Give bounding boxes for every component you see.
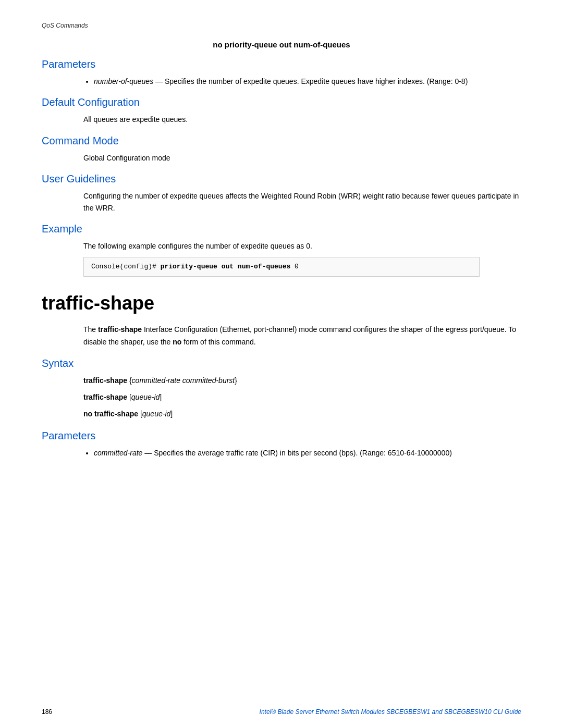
chapter-description: The traffic-shape Interface Configuratio… — [83, 324, 521, 349]
syntax-italic-2: queue-id — [131, 393, 160, 401]
parameters-list-1: number-of-queues — Specifies the number … — [94, 76, 521, 87]
parameters-list-2: committed-rate — Specifies the average t… — [94, 447, 521, 459]
user-guidelines-text: Configuring the number of expedite queue… — [83, 190, 521, 214]
syntax-italic-1: committed-rate committed-burst — [132, 376, 235, 385]
default-config-heading: Default Configuration — [42, 96, 521, 108]
syntax-no: no traffic-shape — [83, 410, 138, 418]
syntax-line-2: traffic-shape [queue-id] — [83, 391, 521, 404]
example-heading: Example — [42, 223, 521, 235]
list-item: committed-rate — Specifies the average t… — [94, 447, 521, 459]
syntax-italic-3: queue-id — [142, 410, 171, 418]
syntax-bold-1: traffic-shape — [83, 376, 127, 385]
command-mode-heading: Command Mode — [42, 135, 521, 147]
footer: 186 Intel® Blade Server Ethernet Switch … — [42, 708, 521, 715]
code-trailing: 0 — [290, 263, 299, 270]
example-text: The following example configures the num… — [83, 240, 521, 252]
list-item: number-of-queues — Specifies the number … — [94, 76, 521, 87]
syntax-line-3: no traffic-shape [queue-id] — [83, 408, 521, 421]
top-command-title: no priority-queue out num-of-queues — [42, 40, 521, 49]
command-mode-text: Global Configuration mode — [83, 152, 521, 164]
default-config-text: All queues are expedite queues. — [83, 114, 521, 125]
footer-page-number: 186 — [42, 708, 52, 715]
syntax-bold-2: traffic-shape — [83, 393, 127, 401]
syntax-line-1: traffic-shape {committed-rate committed-… — [83, 375, 521, 387]
footer-title: Intel® Blade Server Ethernet Switch Modu… — [260, 708, 521, 715]
user-guidelines-heading: User Guidelines — [42, 173, 521, 185]
code-normal: Console(config)# — [91, 263, 161, 270]
parameters-heading-2: Parameters — [42, 430, 521, 442]
param-desc-1: — Specifies the number of expedite queue… — [155, 77, 468, 85]
param-term-1: number-of-queues — [94, 77, 153, 85]
code-bold: priority-queue out num-of-queues — [161, 263, 291, 270]
breadcrumb: QoS Commands — [42, 22, 88, 29]
param-term-2: committed-rate — [94, 449, 142, 457]
parameters-heading-1: Parameters — [42, 58, 521, 70]
syntax-heading: Syntax — [42, 357, 521, 369]
example-code-block: Console(config)# priority-queue out num-… — [83, 257, 480, 277]
param-desc-2: — Specifies the average traffic rate (CI… — [144, 449, 452, 457]
desc-no-bold: no — [173, 338, 181, 346]
chapter-title: traffic-shape — [42, 292, 521, 314]
desc-bold-1: traffic-shape — [98, 325, 142, 334]
